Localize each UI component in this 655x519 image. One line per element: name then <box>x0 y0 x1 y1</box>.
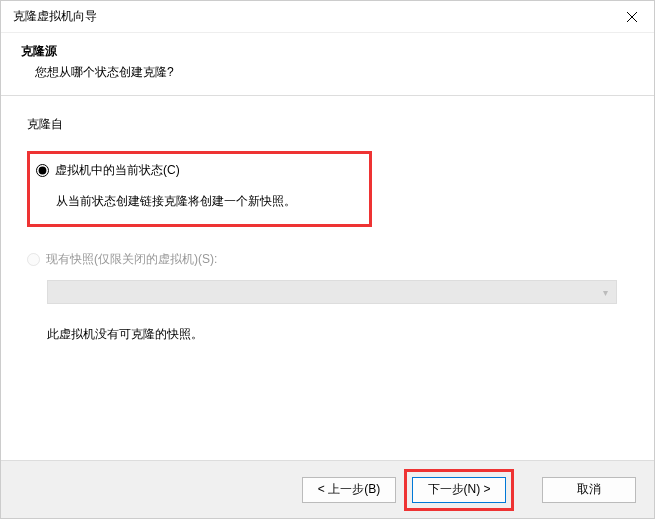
chevron-down-icon: ▾ <box>603 287 608 298</box>
close-icon <box>627 12 637 22</box>
cancel-button[interactable]: 取消 <box>542 477 636 503</box>
wizard-footer: < 上一步(B) 下一步(N) > 取消 <box>1 460 654 518</box>
header-subtitle: 您想从哪个状态创建克隆? <box>35 64 634 81</box>
snapshot-dropdown: ▾ <box>47 280 617 304</box>
radio-existing-snapshot-label: 现有快照(仅限关闭的虚拟机)(S): <box>46 251 217 268</box>
radio-current-state[interactable]: 虚拟机中的当前状态(C) <box>36 162 361 179</box>
window-title: 克隆虚拟机向导 <box>13 8 609 25</box>
wizard-window: 克隆虚拟机向导 克隆源 您想从哪个状态创建克隆? 克隆自 虚拟机中的当前状态(C… <box>0 0 655 519</box>
radio-current-state-input[interactable] <box>36 164 49 177</box>
clone-from-label: 克隆自 <box>27 116 628 133</box>
current-state-desc: 从当前状态创建链接克隆将创建一个新快照。 <box>56 193 361 210</box>
highlight-current-state: 虚拟机中的当前状态(C) 从当前状态创建链接克隆将创建一个新快照。 <box>27 151 372 227</box>
radio-existing-snapshot: 现有快照(仅限关闭的虚拟机)(S): <box>27 251 628 268</box>
radio-current-state-label: 虚拟机中的当前状态(C) <box>55 162 180 179</box>
titlebar: 克隆虚拟机向导 <box>1 1 654 33</box>
radio-existing-snapshot-input <box>27 253 40 266</box>
snapshot-option-block: 现有快照(仅限关闭的虚拟机)(S): ▾ 此虚拟机没有可克隆的快照。 <box>27 251 628 343</box>
close-button[interactable] <box>609 1 654 33</box>
highlight-next-button: 下一步(N) > <box>404 469 514 511</box>
back-button[interactable]: < 上一步(B) <box>302 477 396 503</box>
no-snapshot-message: 此虚拟机没有可克隆的快照。 <box>47 326 628 343</box>
next-button[interactable]: 下一步(N) > <box>412 477 506 503</box>
wizard-header: 克隆源 您想从哪个状态创建克隆? <box>1 33 654 95</box>
content-area: 克隆自 虚拟机中的当前状态(C) 从当前状态创建链接克隆将创建一个新快照。 现有… <box>1 96 654 373</box>
header-title: 克隆源 <box>21 43 634 60</box>
